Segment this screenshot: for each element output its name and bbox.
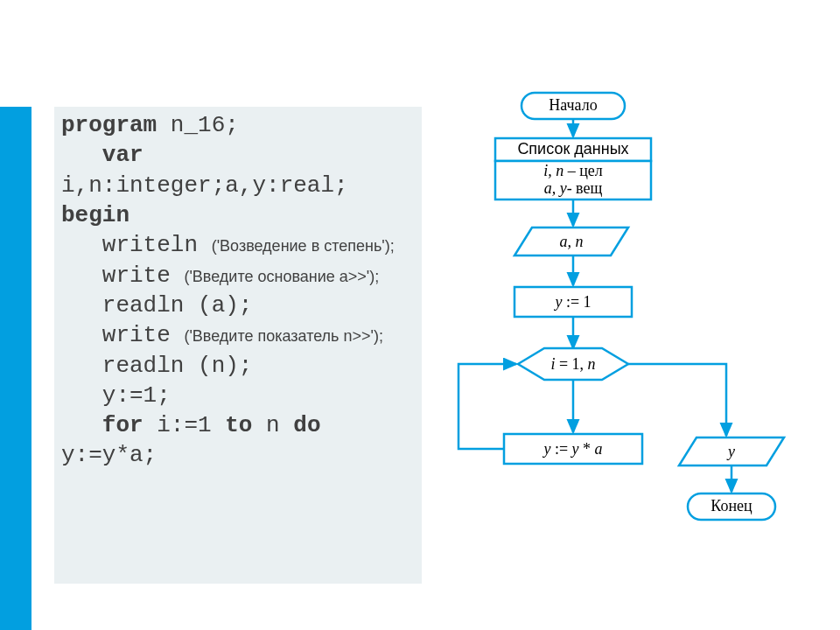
label-io-an: a, n bbox=[514, 233, 628, 251]
flowchart: Начало Список данных i, n – цел a, y- ве… bbox=[438, 88, 840, 612]
pascal-source: program n_16; var i,n:integer;a,y:real; … bbox=[61, 110, 415, 471]
label-end: Конец bbox=[688, 497, 775, 515]
label-io-y: y bbox=[679, 443, 784, 461]
label-start: Начало bbox=[522, 96, 625, 115]
label-datahdr: Список данных bbox=[495, 140, 651, 158]
left-accent-bar bbox=[0, 107, 32, 630]
label-loop: i = 1, n bbox=[518, 355, 628, 374]
label-proc-y1: y := 1 bbox=[514, 293, 632, 312]
label-datavars: i, n – цел a, y- вещ bbox=[495, 163, 651, 198]
code-panel: program n_16; var i,n:integer;a,y:real; … bbox=[54, 107, 422, 584]
label-proc-mul: y := y * a bbox=[504, 440, 642, 458]
